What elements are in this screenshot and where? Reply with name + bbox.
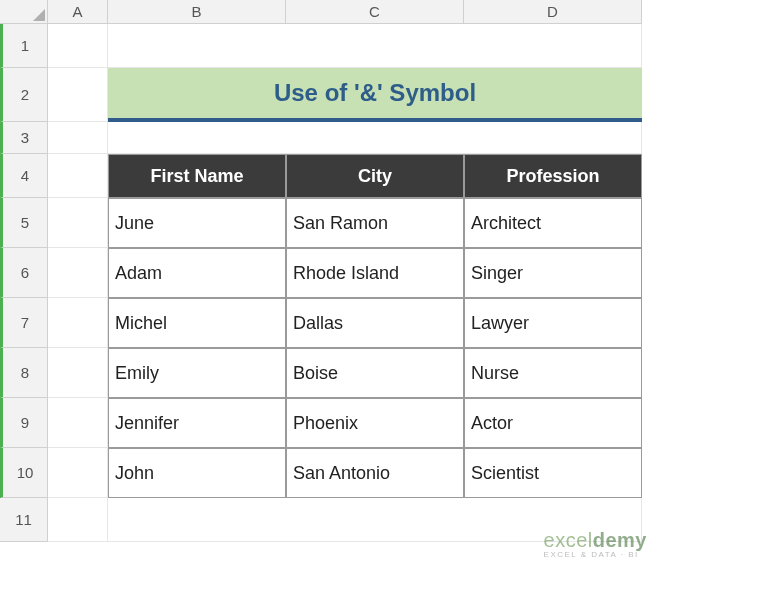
col-header-c[interactable]: C — [286, 0, 464, 24]
table-cell[interactable]: Boise — [286, 348, 464, 398]
table-cell[interactable]: June — [108, 198, 286, 248]
row-header-2[interactable]: 2 — [0, 68, 48, 122]
cell-a10[interactable] — [48, 448, 108, 498]
table-cell[interactable]: Jennifer — [108, 398, 286, 448]
table-header-profession[interactable]: Profession — [464, 154, 642, 198]
cell-a5[interactable] — [48, 198, 108, 248]
watermark: exceldemy EXCEL & DATA · BI — [544, 529, 647, 559]
row-header-11[interactable]: 11 — [0, 498, 48, 542]
cell-a2[interactable] — [48, 68, 108, 122]
table-cell[interactable]: Dallas — [286, 298, 464, 348]
cell-b1[interactable] — [108, 24, 642, 68]
watermark-part2: demy — [593, 529, 647, 551]
cell-a1[interactable] — [48, 24, 108, 68]
cell-a11[interactable] — [48, 498, 108, 542]
cell-a9[interactable] — [48, 398, 108, 448]
col-header-d[interactable]: D — [464, 0, 642, 24]
row-header-6[interactable]: 6 — [0, 248, 48, 298]
watermark-sub: EXCEL & DATA · BI — [544, 550, 647, 559]
row-header-8[interactable]: 8 — [0, 348, 48, 398]
table-cell[interactable]: Emily — [108, 348, 286, 398]
title-cell[interactable]: Use of '&' Symbol — [108, 68, 642, 122]
row-header-7[interactable]: 7 — [0, 298, 48, 348]
row-header-9[interactable]: 9 — [0, 398, 48, 448]
cell-b3[interactable] — [108, 122, 642, 154]
table-cell[interactable]: Lawyer — [464, 298, 642, 348]
row-header-1[interactable]: 1 — [0, 24, 48, 68]
table-cell[interactable]: Scientist — [464, 448, 642, 498]
select-all-corner[interactable] — [0, 0, 48, 24]
watermark-part1: excel — [544, 529, 593, 551]
table-header-firstname[interactable]: First Name — [108, 154, 286, 198]
cell-a6[interactable] — [48, 248, 108, 298]
table-cell[interactable]: Nurse — [464, 348, 642, 398]
row-header-4[interactable]: 4 — [0, 154, 48, 198]
table-cell[interactable]: Phoenix — [286, 398, 464, 448]
cell-a4[interactable] — [48, 154, 108, 198]
table-cell[interactable]: Singer — [464, 248, 642, 298]
row-header-3[interactable]: 3 — [0, 122, 48, 154]
table-cell[interactable]: Adam — [108, 248, 286, 298]
cell-a7[interactable] — [48, 298, 108, 348]
table-cell[interactable]: Architect — [464, 198, 642, 248]
cell-a8[interactable] — [48, 348, 108, 398]
spreadsheet-grid: A B C D 1 2 Use of '&' Symbol 3 4 First … — [0, 0, 767, 542]
table-cell[interactable]: John — [108, 448, 286, 498]
table-cell[interactable]: San Ramon — [286, 198, 464, 248]
col-header-a[interactable]: A — [48, 0, 108, 24]
table-cell[interactable]: Rhode Island — [286, 248, 464, 298]
col-header-b[interactable]: B — [108, 0, 286, 24]
cell-a3[interactable] — [48, 122, 108, 154]
table-cell[interactable]: Actor — [464, 398, 642, 448]
row-header-10[interactable]: 10 — [0, 448, 48, 498]
table-header-city[interactable]: City — [286, 154, 464, 198]
watermark-main: exceldemy — [544, 529, 647, 552]
table-cell[interactable]: San Antonio — [286, 448, 464, 498]
table-cell[interactable]: Michel — [108, 298, 286, 348]
row-header-5[interactable]: 5 — [0, 198, 48, 248]
